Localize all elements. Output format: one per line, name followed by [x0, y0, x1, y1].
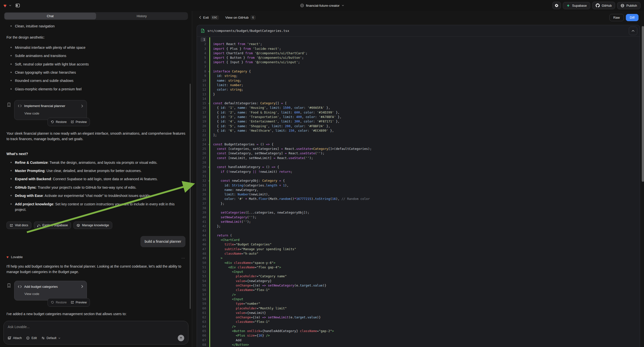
line-number[interactable]: 9	[197, 74, 209, 78]
line-number[interactable]: 62	[197, 315, 209, 320]
github-button[interactable]: GitHub	[592, 2, 615, 9]
view-code-link[interactable]: View code	[24, 111, 83, 116]
line-number[interactable]: 8∨	[197, 69, 209, 74]
line-number[interactable]: 67	[197, 338, 209, 342]
view-code-link[interactable]: View code	[24, 292, 83, 297]
tab-history[interactable]: History	[96, 13, 188, 20]
line-number[interactable]: 38	[197, 206, 209, 210]
line-number[interactable]: 63	[197, 320, 209, 324]
line-number[interactable]: 28	[197, 160, 209, 165]
collapse-file-button[interactable]	[629, 27, 637, 35]
chat-messages[interactable]: Clean, intuitive navigation For the desi…	[0, 21, 192, 318]
line-number[interactable]: 44	[197, 233, 209, 238]
line-number[interactable]: 18	[197, 115, 209, 119]
preview-button[interactable]: Preview	[71, 120, 87, 124]
line-number[interactable]: 22	[197, 133, 209, 138]
line-number[interactable]: 51	[197, 265, 209, 270]
fold-chevron-icon[interactable]: ∨	[208, 165, 209, 170]
line-number[interactable]: 47	[197, 247, 209, 252]
line-number[interactable]: 11	[197, 83, 209, 87]
line-number[interactable]: 6	[197, 60, 209, 64]
fold-chevron-icon[interactable]: ∨	[208, 142, 209, 147]
bookmark-icon[interactable]	[7, 102, 11, 126]
view-on-github-button[interactable]: View on GitHub G	[225, 16, 256, 20]
visit-docs-button[interactable]: Visit docs	[6, 222, 31, 229]
line-number[interactable]: 17	[197, 110, 209, 115]
line-number[interactable]: 45	[197, 238, 209, 242]
tool-card-implement-financial-planner[interactable]: Implement financial planner View code	[14, 100, 87, 120]
chat-scrollbar[interactable]	[190, 84, 191, 309]
line-number[interactable]: 59	[197, 302, 209, 306]
line-number[interactable]: 34	[197, 188, 209, 192]
tool-card-add-budget-categories[interactable]: Add budget categories View code	[14, 281, 87, 300]
fold-chevron-icon[interactable]: ∨	[208, 179, 209, 183]
line-number[interactable]: 36	[197, 197, 209, 201]
code-scrollbar[interactable]	[642, 26, 644, 182]
line-number[interactable]: 1	[197, 37, 209, 42]
line-number[interactable]: 19	[197, 119, 209, 124]
line-number[interactable]: 66	[197, 333, 209, 338]
line-number[interactable]: 32∨	[197, 178, 209, 183]
raw-toggle-button[interactable]: Raw	[610, 14, 624, 21]
line-number[interactable]: 7	[197, 65, 209, 69]
line-number[interactable]: 4	[197, 51, 209, 56]
line-number[interactable]: 15∨	[197, 101, 209, 106]
line-number[interactable]: 54	[197, 279, 209, 283]
line-number[interactable]: 42	[197, 224, 209, 228]
fold-chevron-icon[interactable]: ∨	[208, 70, 209, 74]
line-number[interactable]: 30	[197, 170, 209, 174]
line-number[interactable]: 2	[197, 42, 209, 46]
line-number[interactable]: 65	[197, 329, 209, 333]
restore-button[interactable]: Restore	[51, 120, 67, 124]
line-number[interactable]: 3	[197, 46, 209, 51]
line-number[interactable]: 49	[197, 256, 209, 260]
line-number[interactable]: 60	[197, 306, 209, 311]
line-number[interactable]: 37	[197, 202, 209, 206]
chat-input[interactable]: Ask Lovable...	[8, 325, 184, 333]
fold-chevron-icon[interactable]: ∨	[208, 101, 209, 106]
line-number[interactable]: 52	[197, 270, 209, 274]
line-number[interactable]: 39	[197, 210, 209, 215]
code-editor[interactable]: 1 2import React from 'react';3import { P…	[197, 36, 640, 347]
line-number[interactable]: 10	[197, 78, 209, 83]
line-number[interactable]: 48	[197, 252, 209, 256]
line-number[interactable]: 31	[197, 174, 209, 178]
preview-button[interactable]: Preview	[71, 300, 87, 305]
line-number[interactable]: 56	[197, 288, 209, 292]
line-number[interactable]: 41	[197, 220, 209, 224]
message-options-icon[interactable]: …	[181, 254, 186, 260]
line-number[interactable]: 23	[197, 138, 209, 142]
line-number[interactable]: 61	[197, 311, 209, 315]
line-number[interactable]: 24∨	[197, 142, 209, 146]
publish-button[interactable]: Publish	[617, 2, 640, 9]
tab-chat[interactable]: Chat	[4, 13, 96, 20]
line-number[interactable]: 33	[197, 183, 209, 188]
restore-button[interactable]: Restore	[51, 300, 67, 305]
line-number[interactable]: 40	[197, 215, 209, 220]
line-number[interactable]: 43	[197, 228, 209, 233]
exit-button[interactable]: Exit ESC	[199, 16, 219, 20]
supabase-button[interactable]: Supabase	[563, 2, 590, 9]
send-button[interactable]	[178, 335, 184, 341]
line-number[interactable]: 12	[197, 87, 209, 92]
line-number[interactable]: 64	[197, 324, 209, 329]
line-number[interactable]: 25	[197, 146, 209, 151]
line-number[interactable]: 46	[197, 242, 209, 247]
file-header[interactable]: src/components/budget/BudgetCategories.t…	[197, 25, 640, 36]
line-number[interactable]: 50	[197, 260, 209, 265]
line-number[interactable]: 13	[197, 92, 209, 96]
edit-button[interactable]: Edit	[26, 336, 37, 340]
line-number[interactable]: 29∨	[197, 165, 209, 169]
project-switcher[interactable]: financial-future-creator	[300, 0, 344, 11]
line-number[interactable]: 68	[197, 342, 209, 347]
line-number[interactable]: 55	[197, 283, 209, 288]
settings-button[interactable]	[552, 2, 561, 9]
line-number[interactable]: 5	[197, 56, 209, 60]
mode-selector[interactable]: Default	[41, 336, 60, 340]
line-number[interactable]: 26	[197, 151, 209, 156]
line-number[interactable]: 21	[197, 128, 209, 133]
line-number[interactable]: 57	[197, 292, 209, 297]
line-number[interactable]: 14	[197, 96, 209, 101]
line-number[interactable]: 58	[197, 297, 209, 302]
sidebar-toggle-icon[interactable]	[14, 2, 22, 9]
